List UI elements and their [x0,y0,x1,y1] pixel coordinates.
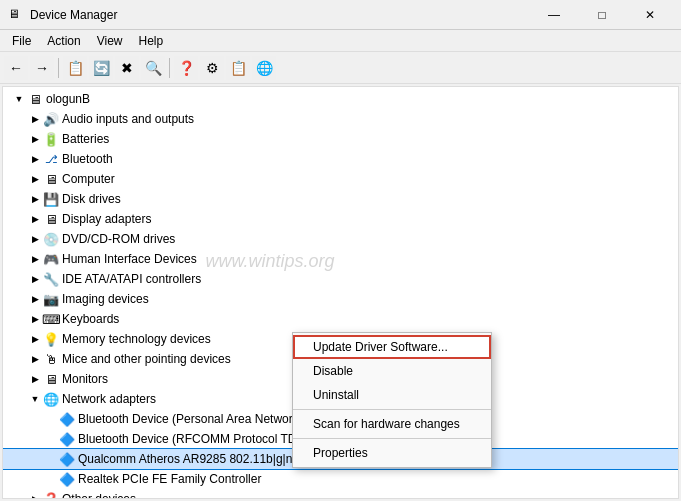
other-expander[interactable]: ▶ [27,491,43,499]
resources-button[interactable]: ⚙ [200,56,224,80]
minimize-button[interactable]: — [531,0,577,30]
bt-rfcomm-expander [43,431,59,447]
qualcomm-expander [43,451,59,467]
root-label: ologunB [46,92,90,106]
tree-item-other[interactable]: ▶ ❓ Other devices [3,489,678,499]
batteries-expander[interactable]: ▶ [27,131,43,147]
hid-label: Human Interface Devices [62,252,197,266]
help-button[interactable]: ❓ [174,56,198,80]
tree-item-batteries[interactable]: ▶ 🔋 Batteries [3,129,678,149]
imaging-label: Imaging devices [62,292,149,306]
events-button[interactable]: 📋 [226,56,250,80]
tree-item-audio[interactable]: ▶ 🔊 Audio inputs and outputs [3,109,678,129]
tree-item-hid[interactable]: ▶ 🎮 Human Interface Devices [3,249,678,269]
computer-expander[interactable]: ▶ [27,171,43,187]
diskdrives-expander[interactable]: ▶ [27,191,43,207]
realtek-icon: 🔷 [59,471,75,487]
tree-item-display[interactable]: ▶ 🖥 Display adapters [3,209,678,229]
ide-label: IDE ATA/ATAPI controllers [62,272,201,286]
memory-icon: 💡 [43,331,59,347]
bt-rfcomm-icon: 🔷 [59,431,75,447]
bluetooth-icon: ⎇ [43,151,59,167]
tree-item-keyboards[interactable]: ▶ ⌨ Keyboards [3,309,678,329]
tree-root[interactable]: ▼ 🖥 ologunB [3,89,678,109]
realtek-label: Realtek PCIe FE Family Controller [78,472,261,486]
ctx-properties[interactable]: Properties [293,441,491,465]
network-button[interactable]: 🌐 [252,56,276,80]
hid-expander[interactable]: ▶ [27,251,43,267]
display-expander[interactable]: ▶ [27,211,43,227]
app-icon: 🖥 [8,7,24,23]
diskdrives-icon: 💾 [43,191,59,207]
memory-expander[interactable]: ▶ [27,331,43,347]
ctx-disable[interactable]: Disable [293,359,491,383]
ide-expander[interactable]: ▶ [27,271,43,287]
monitors-icon: 🖥 [43,371,59,387]
ctx-separator-2 [293,438,491,439]
title-bar: 🖥 Device Manager — □ ✕ [0,0,681,30]
network-expander[interactable]: ▼ [27,391,43,407]
ctx-separator [293,409,491,410]
mice-icon: 🖱 [43,351,59,367]
ctx-scan[interactable]: Scan for hardware changes [293,412,491,436]
keyboards-label: Keyboards [62,312,119,326]
ctx-properties-label: Properties [313,446,368,460]
bluetooth-label: Bluetooth [62,152,113,166]
menu-file[interactable]: File [4,32,39,50]
other-label: Other devices [62,492,136,499]
other-icon: ❓ [43,491,59,499]
bt-pan-label: Bluetooth Device (Personal Area Network) [78,412,303,426]
qualcomm-icon: 🔷 [59,451,75,467]
computer-device-icon: 🖥 [43,171,59,187]
tree-item-computer[interactable]: ▶ 🖥 Computer [3,169,678,189]
tree-item-realtek[interactable]: 🔷 Realtek PCIe FE Family Controller [3,469,678,489]
toolbar-separator-2 [169,58,170,78]
menu-action[interactable]: Action [39,32,88,50]
menu-bar: File Action View Help [0,30,681,52]
dvd-expander[interactable]: ▶ [27,231,43,247]
ctx-uninstall-label: Uninstall [313,388,359,402]
title-bar-text: Device Manager [30,8,531,22]
menu-help[interactable]: Help [131,32,172,50]
audio-expander[interactable]: ▶ [27,111,43,127]
tree-item-imaging[interactable]: ▶ 📷 Imaging devices [3,289,678,309]
imaging-expander[interactable]: ▶ [27,291,43,307]
properties-button[interactable]: 📋 [63,56,87,80]
maximize-button[interactable]: □ [579,0,625,30]
close-button[interactable]: ✕ [627,0,673,30]
ctx-uninstall[interactable]: Uninstall [293,383,491,407]
update-driver-button[interactable]: 🔄 [89,56,113,80]
batteries-label: Batteries [62,132,109,146]
ctx-update-label: Update Driver Software... [313,340,448,354]
realtek-expander [43,471,59,487]
title-bar-controls: — □ ✕ [531,0,673,30]
tree-item-diskdrives[interactable]: ▶ 💾 Disk drives [3,189,678,209]
ctx-disable-label: Disable [313,364,353,378]
back-button[interactable]: ← [4,56,28,80]
uninstall-button[interactable]: ✖ [115,56,139,80]
computer-label: Computer [62,172,115,186]
memory-label: Memory technology devices [62,332,211,346]
imaging-icon: 📷 [43,291,59,307]
tree-item-bluetooth[interactable]: ▶ ⎇ Bluetooth [3,149,678,169]
menu-view[interactable]: View [89,32,131,50]
tree-item-ide[interactable]: ▶ 🔧 IDE ATA/ATAPI controllers [3,269,678,289]
toolbar-separator-1 [58,58,59,78]
monitors-expander[interactable]: ▶ [27,371,43,387]
network-label: Network adapters [62,392,156,406]
tree-item-dvd[interactable]: ▶ 💿 DVD/CD-ROM drives [3,229,678,249]
ctx-scan-label: Scan for hardware changes [313,417,460,431]
display-label: Display adapters [62,212,151,226]
bluetooth-expander[interactable]: ▶ [27,151,43,167]
monitors-label: Monitors [62,372,108,386]
keyboards-icon: ⌨ [43,311,59,327]
diskdrives-label: Disk drives [62,192,121,206]
ctx-update-driver[interactable]: Update Driver Software... [293,335,491,359]
forward-button[interactable]: → [30,56,54,80]
computer-icon: 🖥 [27,91,43,107]
display-icon: 🖥 [43,211,59,227]
mice-expander[interactable]: ▶ [27,351,43,367]
scan-button[interactable]: 🔍 [141,56,165,80]
root-expander[interactable]: ▼ [11,91,27,107]
audio-icon: 🔊 [43,111,59,127]
